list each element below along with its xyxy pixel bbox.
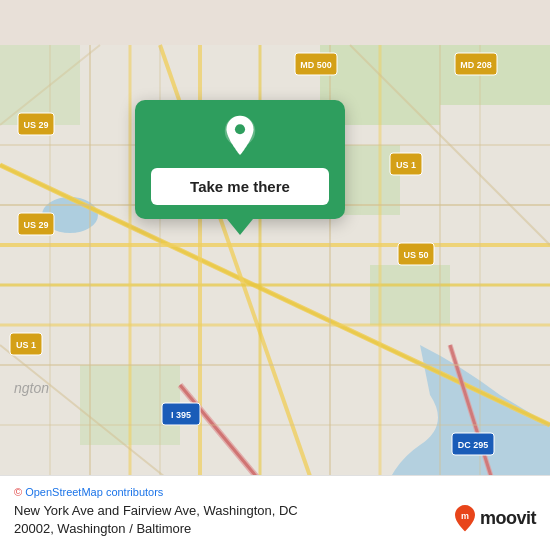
- map-popup: Take me there: [130, 100, 350, 235]
- location-pin-icon: [218, 114, 262, 158]
- moovit-pin-icon: m: [454, 504, 476, 532]
- svg-point-55: [235, 124, 245, 134]
- svg-text:I 395: I 395: [171, 410, 191, 420]
- map-background: US 29 US 29 US 1 US 1 US 50 MD 500 MD 20…: [0, 0, 550, 550]
- svg-text:US 29: US 29: [23, 220, 48, 230]
- svg-text:ngton: ngton: [14, 380, 49, 396]
- svg-text:US 29: US 29: [23, 120, 48, 130]
- copyright-symbol: ©: [14, 486, 22, 498]
- map-container[interactable]: US 29 US 29 US 1 US 1 US 50 MD 500 MD 20…: [0, 0, 550, 550]
- svg-text:m: m: [461, 511, 469, 521]
- popup-triangle: [227, 219, 253, 235]
- svg-rect-6: [370, 265, 450, 325]
- take-me-there-button[interactable]: Take me there: [151, 168, 329, 205]
- moovit-brand-name: moovit: [480, 508, 536, 529]
- svg-text:MD 208: MD 208: [460, 60, 492, 70]
- osm-attribution: © OpenStreetMap contributors: [14, 486, 536, 498]
- moovit-logo: m moovit: [454, 504, 536, 532]
- osm-credit-text: OpenStreetMap contributors: [25, 486, 163, 498]
- svg-text:MD 500: MD 500: [300, 60, 332, 70]
- svg-text:US 50: US 50: [403, 250, 428, 260]
- svg-text:US 1: US 1: [396, 160, 416, 170]
- popup-box: Take me there: [135, 100, 345, 219]
- address-line2: 20002, Washington / Baltimore: [14, 521, 191, 536]
- svg-text:DC 295: DC 295: [458, 440, 489, 450]
- address-line1: New York Ave and Fairview Ave, Washingto…: [14, 503, 298, 518]
- svg-text:US 1: US 1: [16, 340, 36, 350]
